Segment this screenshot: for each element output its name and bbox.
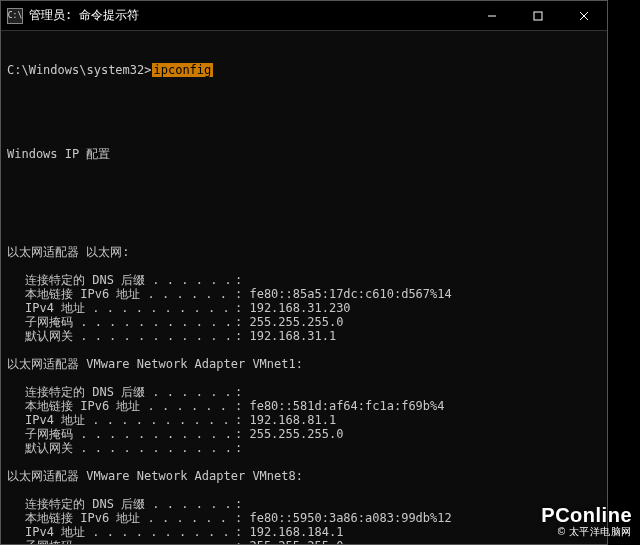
- ip-config-header: Windows IP 配置: [7, 147, 601, 161]
- config-value: : fe80::5950:3a86:a083:99db%12: [235, 511, 452, 525]
- config-value: : 255.255.255.0: [235, 315, 343, 329]
- config-row: 连接特定的 DNS 后缀 . . . . . . . . . .:: [7, 497, 601, 511]
- config-row: 本地链接 IPv6 地址 . . . . . . . . . .: fe80::…: [7, 399, 601, 413]
- config-value: : 255.255.255.0: [235, 427, 343, 441]
- config-value: : 192.168.184.1: [235, 525, 343, 539]
- config-row: 本地链接 IPv6 地址 . . . . . . . . . .: fe80::…: [7, 511, 601, 525]
- config-row: 默认网关 . . . . . . . . . . . . . .: 192.16…: [7, 329, 601, 343]
- adapter-header: 以太网适配器 VMware Network Adapter VMnet8:: [7, 469, 601, 483]
- command-1: ipconfig: [152, 63, 214, 77]
- config-key: 默认网关 . . . . . . . . . . . . . .: [25, 441, 235, 455]
- config-key: 默认网关 . . . . . . . . . . . . . .: [25, 329, 235, 343]
- watermark-sub: © 太平洋电脑网: [541, 525, 632, 539]
- config-row: 子网掩码 . . . . . . . . . . . . . .: 255.25…: [7, 315, 601, 329]
- config-key: 本地链接 IPv6 地址 . . . . . . . . . .: [25, 287, 235, 301]
- watermark-text: PConline: [541, 504, 632, 526]
- titlebar[interactable]: C:\ 管理员: 命令提示符: [1, 1, 607, 31]
- config-key: 子网掩码 . . . . . . . . . . . . . .: [25, 315, 235, 329]
- app-icon: C:\: [7, 8, 23, 24]
- config-row: 连接特定的 DNS 后缀 . . . . . . . . . .:: [7, 385, 601, 399]
- cmd-window: C:\ 管理员: 命令提示符 C:\Windows\system32>ipcon…: [0, 0, 608, 545]
- adapter-header: 以太网适配器 以太网:: [7, 245, 601, 259]
- config-row: IPv4 地址 . . . . . . . . . . . . : 192.16…: [7, 525, 601, 539]
- window-title: 管理员: 命令提示符: [29, 7, 139, 24]
- config-row: 连接特定的 DNS 后缀 . . . . . . . . . .:: [7, 273, 601, 287]
- config-key: 连接特定的 DNS 后缀 . . . . . . . . . .: [25, 273, 235, 287]
- config-value: :: [235, 273, 249, 287]
- config-row: IPv4 地址 . . . . . . . . . . . . : 192.16…: [7, 413, 601, 427]
- config-value: : 192.168.31.1: [235, 329, 336, 343]
- close-button[interactable]: [561, 1, 607, 31]
- config-value: : 255.255.255.0: [235, 539, 343, 544]
- config-value: : 192.168.81.1: [235, 413, 336, 427]
- minimize-button[interactable]: [469, 1, 515, 31]
- config-key: IPv4 地址 . . . . . . . . . . . .: [25, 413, 235, 427]
- config-row: 本地链接 IPv6 地址 . . . . . . . . . .: fe80::…: [7, 287, 601, 301]
- config-key: 连接特定的 DNS 后缀 . . . . . . . . . .: [25, 385, 235, 399]
- config-key: IPv4 地址 . . . . . . . . . . . .: [25, 525, 235, 539]
- svg-rect-1: [534, 12, 542, 20]
- adapter-header: 以太网适配器 VMware Network Adapter VMnet1:: [7, 357, 601, 371]
- terminal-body[interactable]: C:\Windows\system32>ipconfig Windows IP …: [1, 31, 607, 544]
- config-row: 子网掩码 . . . . . . . . . . . . . .: 255.25…: [7, 427, 601, 441]
- maximize-button[interactable]: [515, 1, 561, 31]
- watermark: PConline © 太平洋电脑网: [541, 504, 632, 539]
- config-value: : 192.168.31.230: [235, 301, 351, 315]
- config-key: 连接特定的 DNS 后缀 . . . . . . . . . .: [25, 497, 235, 511]
- config-key: 本地链接 IPv6 地址 . . . . . . . . . .: [25, 399, 235, 413]
- config-row: 默认网关 . . . . . . . . . . . . . .:: [7, 441, 601, 455]
- config-value: : fe80::85a5:17dc:c610:d567%14: [235, 287, 452, 301]
- config-value: :: [235, 385, 249, 399]
- config-value: :: [235, 497, 249, 511]
- config-value: : fe80::581d:af64:fc1a:f69b%4: [235, 399, 445, 413]
- config-key: IPv4 地址 . . . . . . . . . . . .: [25, 301, 235, 315]
- prompt-1: C:\Windows\system32>: [7, 63, 152, 77]
- config-key: 子网掩码 . . . . . . . . . . . . . .: [25, 539, 235, 544]
- config-row: 子网掩码 . . . . . . . . . . . . . .: 255.25…: [7, 539, 601, 544]
- config-row: IPv4 地址 . . . . . . . . . . . . : 192.16…: [7, 301, 601, 315]
- config-key: 本地链接 IPv6 地址 . . . . . . . . . .: [25, 511, 235, 525]
- config-key: 子网掩码 . . . . . . . . . . . . . .: [25, 427, 235, 441]
- config-value: :: [235, 441, 249, 455]
